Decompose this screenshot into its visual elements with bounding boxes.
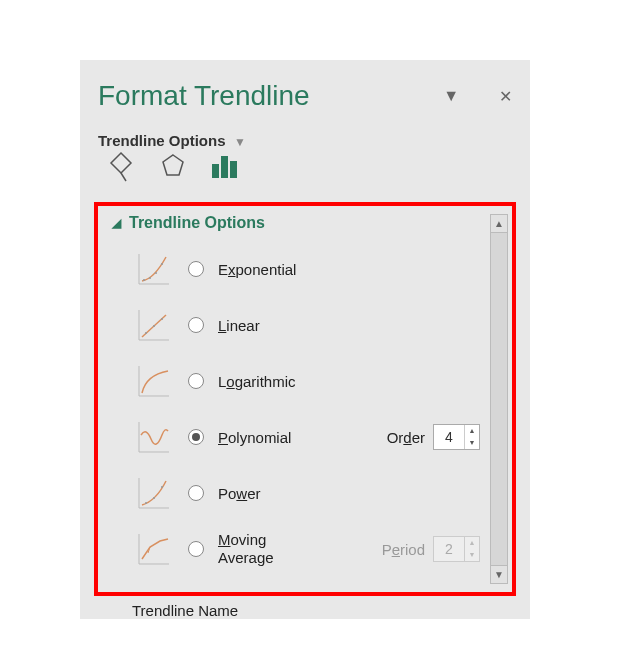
svg-line-1: [121, 173, 126, 181]
period-down-icon: ▼: [465, 549, 479, 561]
exponential-curve-icon: [134, 249, 174, 289]
svg-rect-3: [212, 164, 219, 178]
svg-point-15: [145, 332, 147, 334]
order-param: Order 4 ▲ ▼: [387, 424, 480, 450]
radio-logarithmic[interactable]: [188, 373, 204, 389]
period-spinner: 2 ▲ ▼: [433, 536, 480, 562]
trendline-options-box: ▲ ▼ ◢ Trendline Options Exponential Line…: [94, 202, 516, 596]
collapse-caret-icon: ◢: [112, 216, 121, 230]
section-header[interactable]: ◢ Trendline Options: [112, 214, 508, 232]
option-polynomial[interactable]: Polynomial Order 4 ▲ ▼: [112, 416, 508, 458]
label-exponential: Exponential: [218, 261, 296, 278]
scrollbar[interactable]: ▲ ▼: [490, 214, 508, 584]
moving-average-curve-icon: [134, 529, 174, 569]
radio-moving-average[interactable]: [188, 541, 204, 557]
subtitle-label: Trendline Options: [98, 132, 226, 149]
label-linear: Linear: [218, 317, 260, 334]
power-curve-icon: [134, 473, 174, 513]
section-title: Trendline Options: [129, 214, 265, 232]
option-power[interactable]: Power: [112, 472, 508, 514]
order-label: Order: [387, 429, 425, 446]
format-trendline-panel: Format Trendline ▼ ✕ Trendline Options ▼…: [80, 60, 530, 619]
svg-point-24: [145, 502, 147, 504]
category-icon-row: [98, 150, 512, 184]
logarithmic-curve-icon: [134, 361, 174, 401]
scroll-up-icon[interactable]: ▲: [491, 215, 507, 233]
svg-point-11: [161, 263, 163, 265]
label-logarithmic: Logarithmic: [218, 373, 296, 390]
fill-line-icon[interactable]: [104, 150, 138, 184]
svg-point-16: [153, 325, 155, 327]
order-down-icon[interactable]: ▼: [465, 437, 479, 449]
chevron-down-icon: ▼: [234, 135, 246, 149]
linear-curve-icon: [134, 305, 174, 345]
option-moving-average[interactable]: MovingAverage Period 2 ▲ ▼: [112, 528, 508, 570]
effects-icon[interactable]: [156, 150, 190, 184]
svg-point-9: [149, 277, 151, 279]
svg-rect-4: [221, 156, 228, 178]
trendline-name-label: Trendline Name: [98, 596, 512, 619]
svg-point-17: [161, 318, 163, 320]
panel-title: Format Trendline: [98, 80, 310, 112]
period-value: 2: [434, 541, 464, 557]
option-linear[interactable]: Linear: [112, 304, 508, 346]
label-power: Power: [218, 485, 261, 502]
option-exponential[interactable]: Exponential: [112, 248, 508, 290]
subtitle-row[interactable]: Trendline Options ▼: [98, 132, 512, 150]
close-icon[interactable]: ✕: [499, 87, 512, 106]
radio-power[interactable]: [188, 485, 204, 501]
svg-point-25: [153, 497, 155, 499]
svg-marker-0: [111, 153, 131, 173]
radio-linear[interactable]: [188, 317, 204, 333]
option-logarithmic[interactable]: Logarithmic: [112, 360, 508, 402]
svg-point-8: [143, 279, 145, 281]
svg-point-10: [155, 272, 157, 274]
order-value[interactable]: 4: [434, 429, 464, 445]
period-param: Period 2 ▲ ▼: [382, 536, 480, 562]
order-up-icon[interactable]: ▲: [465, 425, 479, 437]
period-up-icon: ▲: [465, 537, 479, 549]
order-spinner[interactable]: 4 ▲ ▼: [433, 424, 480, 450]
svg-point-26: [161, 486, 163, 488]
radio-exponential[interactable]: [188, 261, 204, 277]
header-controls: ▼ ✕: [443, 87, 512, 106]
polynomial-curve-icon: [134, 417, 174, 457]
label-polynomial: Polynomial: [218, 429, 291, 446]
bar-chart-icon[interactable]: [208, 150, 242, 184]
scroll-down-icon[interactable]: ▼: [491, 565, 507, 583]
svg-marker-2: [163, 155, 183, 175]
label-moving-average: MovingAverage: [218, 531, 274, 567]
svg-rect-5: [230, 161, 237, 178]
panel-dropdown-icon[interactable]: ▼: [443, 87, 459, 106]
panel-header: Format Trendline ▼ ✕: [98, 80, 512, 112]
radio-polynomial[interactable]: [188, 429, 204, 445]
period-label: Period: [382, 541, 425, 558]
